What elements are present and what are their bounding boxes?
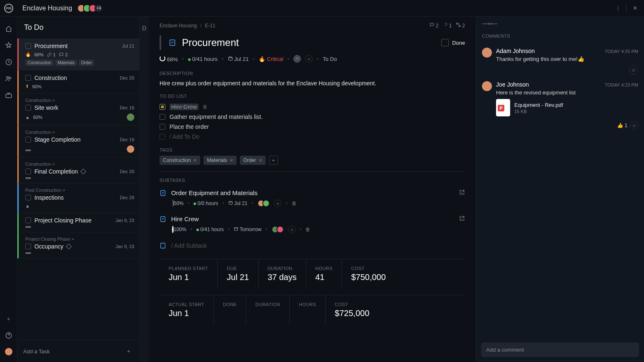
tag-chip[interactable]: Construction✕ [160,156,200,165]
user-avatar[interactable] [5,348,12,355]
open-subtask-icon[interactable] [459,189,465,196]
subtask-due[interactable]: Jul 21 [228,200,247,206]
description-text[interactable]: Hire crew plus order equipment and mater… [160,79,465,88]
comment-input[interactable]: Add a comment [481,343,639,357]
todo-item[interactable]: Gather equipment and materials list. [160,112,465,122]
svg-rect-13 [235,227,238,230]
task-card-stage-completion[interactable]: Construction > Stage Completion Dec 19 [17,125,139,157]
breadcrumb-id[interactable]: E-11 [205,23,215,29]
checkbox-icon[interactable] [25,75,31,81]
todo-item[interactable]: Hire Crew 🗑 [160,102,465,112]
subtask-item[interactable]: Order Equipment and Materials 50% • 0/0 … [160,186,465,212]
task-icon [160,216,166,222]
checkbox-icon[interactable] [25,169,31,174]
attachment[interactable]: P Equipment - Rev.pdf 15 KB [496,99,638,116]
svg-rect-8 [228,57,232,60]
remove-tag-icon[interactable]: ✕ [193,158,197,163]
workspace-title[interactable]: Enclave Housing [22,5,72,12]
comments-count-icon[interactable]: 2 [429,22,438,29]
link-icon [47,52,52,57]
checkbox-icon[interactable] [25,137,31,142]
links-count-icon[interactable]: 1 [443,22,452,29]
due-date-chip[interactable]: Jul 21 [228,56,249,62]
trash-icon[interactable]: 🗑 [203,104,208,110]
subtask-item[interactable]: Hire Crew 100% • 0/41 hours • Tomorrow [160,212,465,238]
avatar-more[interactable]: +4 [94,4,103,12]
trash-icon[interactable]: 🗑 [292,200,297,206]
task-card-procurement[interactable]: Procurement Jul 21 🔥 68% 1 2 [17,39,139,70]
checkbox-icon[interactable] [25,43,31,49]
progress-indicator[interactable]: 68% [160,56,178,63]
checkbox-icon[interactable] [25,195,31,200]
subtask-hours[interactable]: 0/0 hours [194,200,218,206]
task-detail-panel: Enclave Housing / E-11 2 1 2 [149,17,476,362]
remove-tag-icon[interactable]: ✕ [230,158,233,163]
task-card-inspections[interactable]: Post Construction > Inspections Dec 28 ▲ [17,183,139,213]
status-column-label[interactable]: To Do [323,56,337,62]
subtask-due[interactable]: Tomorrow [234,227,261,232]
close-icon[interactable]: ✕ [630,3,640,13]
more-menu-icon[interactable]: ⋮ [613,3,623,13]
stat-value: Jun 1 [169,273,208,282]
priority-chip[interactable]: 🔥 Critical [259,56,283,62]
task-card-sitework[interactable]: Construction > Site work Dec 16 ▲ 60% [17,94,139,125]
checkbox-icon[interactable] [25,217,31,223]
add-subtask-button[interactable]: / Add Subtask [160,238,465,253]
assignee-avatar[interactable] [127,113,134,121]
checkbox-icon[interactable] [160,104,165,110]
subtask-hours[interactable]: 0/41 hours [196,227,224,232]
add-reaction-icon[interactable]: ☺ [629,65,638,75]
assignee-stack[interactable] [271,226,284,233]
app-logo[interactable]: PM [4,4,13,13]
comment-avatar[interactable] [482,81,492,91]
home-icon[interactable] [5,25,13,33]
expand-comments-icon[interactable]: ⟶⟵ [476,17,644,31]
task-card-occupancy[interactable]: Project Closing Phase > Occupancy Jan 9,… [17,232,139,258]
add-assignee-button[interactable]: ＋ [288,226,295,233]
task-detail-title[interactable]: Procurement [182,37,436,48]
add-tag-button[interactable]: ＋ [269,156,278,165]
checkbox-icon[interactable] [25,244,31,249]
activity-icon[interactable] [5,41,13,50]
remove-tag-icon[interactable]: ✕ [259,158,262,163]
assignee-avatar[interactable] [127,145,134,153]
assignee-stack[interactable] [257,200,270,207]
open-subtask-icon[interactable] [459,215,465,222]
tag-chip[interactable]: Order✕ [240,156,266,165]
comment-avatar[interactable] [482,48,492,58]
clock-icon[interactable] [5,58,13,66]
subtask-progress[interactable]: 50% [172,200,184,206]
checkbox-icon[interactable] [25,105,31,111]
help-icon[interactable] [5,331,13,340]
checkbox-icon[interactable] [160,124,165,130]
add-assignee-button[interactable]: ＋ [305,55,312,63]
subtask-progress[interactable]: 100% [172,227,186,232]
svg-point-9 [297,58,298,59]
hours-indicator[interactable]: 0/41 hours [188,56,218,62]
task-due: Jan 9, 23 [116,218,134,223]
task-card-final-completion[interactable]: Construction > Final Completion Dec 20 [17,157,139,183]
add-assignee-button[interactable]: ＋ [274,200,281,207]
done-toggle[interactable]: Done [441,39,465,46]
tag-chip[interactable]: Materials✕ [203,156,237,165]
checkbox-icon[interactable] [160,114,165,120]
breadcrumb-project[interactable]: Enclave Housing [160,23,197,29]
comments-panel: ⟶⟵ COMMENTS Adam Johnson TODAY 4:25 PM T… [476,17,644,362]
thumbs-up-reaction[interactable]: 👍 1 [617,123,627,128]
add-reaction-icon[interactable]: ☺ [630,121,638,130]
team-icon[interactable] [5,75,13,83]
add-task-button[interactable]: Add a Task ＋ [17,340,139,362]
member-avatars[interactable]: +4 [77,4,103,12]
assignee-placeholder-icon[interactable] [293,55,301,63]
add-todo-button[interactable]: / Add To Do [160,132,465,142]
task-card-closing-phase[interactable]: Project Closing Phase Jan 9, 23 [17,213,139,232]
add-icon[interactable]: ＋ [5,315,13,323]
todo-item[interactable]: Place the order [160,122,465,132]
task-tag: Construction [25,60,53,66]
trash-icon[interactable]: 🗑 [305,227,310,232]
subtasks-count-icon[interactable]: 2 [456,22,465,29]
briefcase-icon[interactable] [5,91,13,99]
stat-value: $750,000 [351,273,385,282]
comment-icon [59,52,64,57]
task-card-construction[interactable]: Construction Dec 20 ⬆ 60% [17,70,139,94]
